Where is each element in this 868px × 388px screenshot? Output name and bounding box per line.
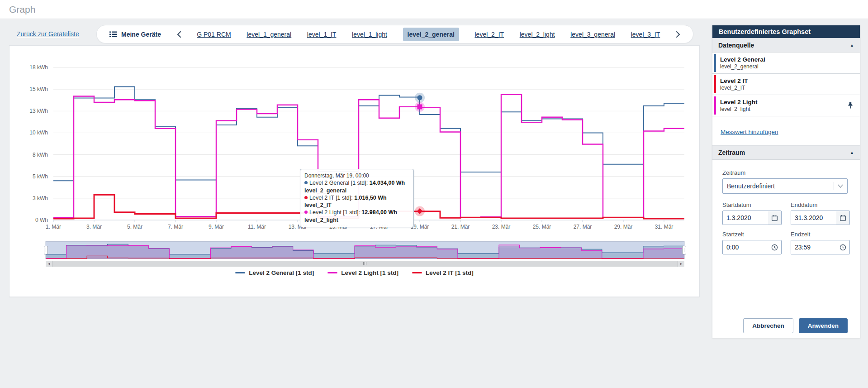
tab-level_1_IT[interactable]: level_1_IT [307, 31, 337, 38]
panel-title: Benutzerdefiniertes Graphset [712, 25, 860, 38]
scrollbar-grip-icon [363, 262, 367, 265]
svg-text:21. Mär: 21. Mär [451, 224, 470, 230]
scrollbar-left-arrow[interactable]: ◂ [46, 261, 52, 267]
svg-text:27. Mär: 27. Mär [574, 224, 592, 230]
tab-level_1_general[interactable]: level_1_general [247, 31, 291, 38]
tab-level_2_general[interactable]: level_2_general [403, 28, 459, 41]
tab-G P01 RCM[interactable]: G P01 RCM [197, 31, 231, 38]
svg-text:29. Mär: 29. Mär [614, 224, 633, 230]
chart-card: 0 Wh3 kWh5 kWh8 kWh10 kWh13 kWh15 kWh18 … [9, 45, 700, 297]
collapse-caret-icon[interactable]: ▲ [850, 43, 854, 48]
svg-text:5. Mär: 5. Mär [127, 224, 142, 230]
datasource-item-level_2_IT[interactable]: Level 2 ITlevel_2_IT [712, 74, 860, 95]
startzeit-input[interactable] [723, 240, 768, 254]
svg-text:25. Mär: 25. Mär [533, 224, 551, 230]
devices-button-label: Meine Geräte [121, 31, 161, 38]
series-color-bar [714, 75, 716, 93]
section-label: Datenquelle [718, 42, 754, 49]
svg-text:10 kWh: 10 kWh [29, 129, 48, 136]
tab-level_1_light[interactable]: level_1_light [352, 31, 387, 38]
chart-scrollbar[interactable]: ◂ ▸ [46, 261, 684, 267]
series-color-bar [714, 54, 716, 72]
navigator-handle-right[interactable] [682, 246, 686, 254]
startdatum-label: Startdatum [722, 201, 782, 208]
svg-text:13 kWh: 13 kWh [29, 108, 48, 114]
page: Graph Zurück zur Geräteliste Meine Gerät… [0, 0, 868, 388]
startdatum-input[interactable] [723, 211, 768, 225]
scrollbar-thumb[interactable] [52, 261, 678, 267]
datasource-name: Level 2 General [720, 56, 854, 63]
app-header: Graph [0, 0, 868, 19]
endzeit-label: Endzeit [791, 231, 850, 238]
zeitraum-select-label: Zeitraum [722, 169, 848, 176]
chart-navigator[interactable] [9, 241, 700, 259]
svg-text:15 kWh: 15 kWh [29, 86, 48, 92]
calendar-icon [840, 215, 846, 221]
scrollbar-right-arrow[interactable]: ▸ [678, 261, 684, 267]
datasource-id: level_2_general [720, 63, 854, 70]
zeitraum-form: Zeitraum Benutzerdefiniert Startdatum [712, 160, 860, 254]
tab-level_3_IT[interactable]: level_3_IT [631, 31, 660, 38]
chevron-left-icon[interactable] [177, 31, 181, 38]
devices-button[interactable]: Meine Geräte [109, 31, 161, 38]
section-header-datenquelle[interactable]: Datenquelle ▲ [712, 38, 860, 53]
collapse-caret-icon[interactable]: ▲ [850, 150, 854, 155]
svg-text:3. Mär: 3. Mär [86, 224, 102, 230]
chevron-down-icon [838, 184, 843, 188]
section-label: Zeitraum [718, 149, 745, 156]
clock-icon [771, 244, 778, 251]
svg-text:9. Mär: 9. Mär [209, 224, 224, 230]
apply-button[interactable]: Anwenden [799, 318, 848, 333]
datasource-item-level_2_general[interactable]: Level 2 Generallevel_2_general [712, 53, 860, 74]
series-color-bar [714, 96, 716, 115]
enddatum-input[interactable] [791, 211, 836, 225]
zeitraum-select[interactable]: Benutzerdefiniert [722, 178, 848, 194]
page-title: Graph [9, 4, 35, 15]
chevron-right-icon[interactable] [676, 31, 680, 38]
legend-item-level_2_IT[interactable]: Level 2 IT [1 std] [412, 269, 474, 276]
chart-legend: Level 2 General [1 std]Level 2 Light [1 … [9, 269, 699, 276]
enddatum-label: Enddatum [791, 201, 850, 208]
tab-level_2_light[interactable]: level_2_light [520, 31, 555, 38]
pin-icon[interactable] [847, 102, 854, 109]
legend-item-level_2_general[interactable]: Level 2 General [1 std] [235, 269, 314, 276]
zeitraum-select-value: Benutzerdefiniert [727, 182, 834, 190]
datasource-item-level_2_light[interactable]: Level 2 Lightlevel_2_light [712, 95, 860, 116]
svg-text:31. Mär: 31. Mär [655, 224, 674, 230]
graphset-tab-bar: Meine Geräte G P01 RCMlevel_1_generallev… [96, 25, 693, 43]
tab-level_2_IT[interactable]: level_2_IT [474, 31, 504, 38]
enddatum-calendar-button[interactable] [836, 211, 849, 225]
startdatum-calendar-button[interactable] [768, 211, 781, 225]
svg-text:18 kWh: 18 kWh [29, 64, 48, 71]
datasource-name: Level 2 Light [720, 98, 854, 106]
section-header-zeitraum[interactable]: Zeitraum ▲ [712, 145, 860, 160]
svg-text:23. Mär: 23. Mär [492, 224, 511, 230]
svg-text:5 kWh: 5 kWh [33, 173, 48, 180]
add-measurement-link[interactable]: Messwert hinzufügen [721, 129, 778, 135]
startzeit-label: Startzeit [722, 231, 782, 238]
svg-text:3 kWh: 3 kWh [33, 195, 48, 201]
svg-text:0 Wh: 0 Wh [35, 217, 48, 223]
datasource-id: level_2_IT [720, 85, 854, 91]
list-icon [109, 31, 117, 38]
tab-level_3_general[interactable]: level_3_general [570, 31, 615, 38]
cancel-button[interactable]: Abbrechen [743, 318, 793, 333]
svg-text:1. Mär: 1. Mär [46, 224, 61, 230]
calendar-icon [771, 215, 778, 221]
svg-text:8 kWh: 8 kWh [33, 152, 48, 158]
chart-tooltip: Donnerstag, Mär 19, 00:00Level 2 General… [300, 169, 414, 227]
back-to-device-list-link[interactable]: Zurück zur Geräteliste [17, 30, 79, 38]
startzeit-clock-button[interactable] [768, 240, 781, 254]
graphset-panel: Benutzerdefiniertes Graphset Datenquelle… [712, 25, 860, 338]
datasource-list: Level 2 Generallevel_2_generalLevel 2 IT… [712, 53, 860, 116]
legend-item-level_2_light[interactable]: Level 2 Light [1 std] [327, 269, 398, 276]
datasource-id: level_2_light [720, 106, 854, 113]
navigator-handle-left[interactable] [44, 246, 48, 254]
svg-text:7. Mär: 7. Mär [168, 224, 183, 230]
datasource-name: Level 2 IT [720, 77, 854, 85]
svg-text:11. Mär: 11. Mär [248, 224, 266, 230]
clock-icon [840, 244, 846, 251]
endzeit-clock-button[interactable] [836, 240, 849, 254]
endzeit-input[interactable] [791, 240, 836, 254]
